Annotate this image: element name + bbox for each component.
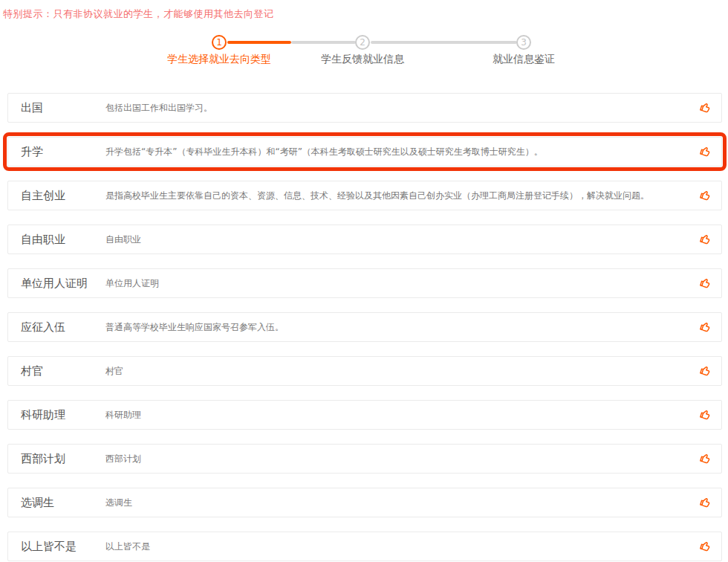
special-notice-text: 特别提示：只有非协议就业的学生，才能够使用其他去向登记: [3, 7, 274, 21]
option-description: 科研助理: [105, 409, 141, 422]
step-2-label: 学生反馈就业信息: [321, 53, 404, 66]
option-row-chuguo[interactable]: 出国 包括出国工作和出国学习。: [7, 93, 722, 123]
step-3-label: 就业信息鉴证: [493, 53, 555, 66]
option-row-danweiyongrenzhengming[interactable]: 单位用人证明 单位用人证明: [7, 268, 722, 298]
option-description: 升学包括“专升本”（专科毕业生升本科）和“考研”（本科生考取硕士研究生以及硕士研…: [105, 146, 543, 158]
option-row-xuandiaosheng[interactable]: 选调生 选调生: [7, 488, 722, 517]
option-label: 选调生: [21, 496, 54, 510]
option-description: 西部计划: [105, 453, 141, 465]
thumb-up-icon[interactable]: [698, 364, 713, 378]
option-description: 以上皆不是: [105, 540, 150, 553]
thumb-up-icon[interactable]: [698, 495, 713, 510]
option-row-ziyouzhiye[interactable]: 自由职业 自由职业: [7, 225, 722, 254]
option-row-keyanzhuli[interactable]: 科研助理 科研助理: [7, 400, 722, 430]
thumb-up-icon[interactable]: [698, 188, 713, 203]
option-row-xibujihua[interactable]: 西部计划 西部计划: [7, 444, 722, 474]
thumb-up-icon[interactable]: [698, 276, 713, 291]
option-description: 是指高校毕业生主要依靠自己的资本、资源、信息、技术、经验以及其他因素自己创办实业…: [105, 190, 649, 202]
thumb-up-icon[interactable]: [698, 407, 713, 422]
option-row-zizhuchuangye[interactable]: 自主创业 是指高校毕业生主要依靠自己的资本、资源、信息、技术、经验以及其他因素自…: [7, 181, 722, 210]
thumb-up-icon[interactable]: [698, 320, 713, 335]
thumb-up-icon[interactable]: [698, 451, 713, 466]
thumb-up-icon[interactable]: [698, 144, 713, 159]
step-3-circle: 3: [516, 35, 531, 50]
thumb-up-icon[interactable]: [698, 100, 713, 115]
option-label: 村官: [21, 364, 43, 378]
option-description: 村官: [105, 365, 123, 378]
option-label: 自主创业: [21, 189, 65, 203]
option-label: 西部计划: [21, 452, 65, 466]
option-description: 自由职业: [105, 233, 141, 246]
employment-destination-page: 特别提示：只有非协议就业的学生，才能够使用其他去向登记 1 2 3 学生选择就业…: [0, 0, 728, 562]
option-label: 应征入伍: [21, 320, 65, 335]
option-description: 单位用人证明: [105, 277, 159, 290]
thumb-up-icon[interactable]: [698, 232, 713, 247]
step-1-label: 学生选择就业去向类型: [167, 53, 271, 66]
option-row-yingzhengruwu[interactable]: 应征入伍 普通高等学校毕业生响应国家号召参军入伍。: [7, 312, 722, 342]
option-label: 升学: [21, 145, 43, 159]
option-label: 单位用人证明: [21, 277, 88, 291]
option-label: 以上皆不是: [21, 540, 77, 554]
option-row-cunguan[interactable]: 村官 村官: [7, 356, 722, 386]
option-row-yishangjiebushi[interactable]: 以上皆不是 以上皆不是: [7, 532, 722, 561]
option-label: 科研助理: [21, 408, 65, 422]
option-row-shengxue[interactable]: 升学 升学包括“专升本”（专科毕业生升本科）和“考研”（本科生考取硕士研究生以及…: [7, 137, 722, 167]
stepper-progress-line: [227, 41, 291, 44]
stepper-line-1-2: [291, 41, 356, 44]
thumb-up-icon[interactable]: [698, 539, 713, 554]
option-description: 普通高等学校毕业生响应国家号召参军入伍。: [105, 321, 284, 334]
stepper-line-2-3: [371, 41, 517, 44]
step-1-circle: 1: [212, 35, 227, 50]
option-label: 自由职业: [21, 233, 65, 247]
option-description: 包括出国工作和出国学习。: [105, 102, 212, 114]
step-2-circle: 2: [355, 35, 370, 50]
option-description: 选调生: [105, 497, 132, 509]
option-label: 出国: [21, 101, 43, 115]
